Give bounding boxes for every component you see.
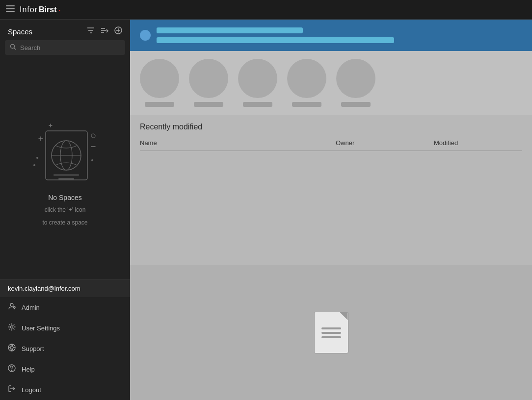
card-label	[292, 102, 321, 107]
svg-point-30	[13, 306, 15, 308]
card-item	[336, 59, 375, 107]
card-circle	[189, 59, 228, 98]
card-item	[238, 59, 277, 107]
no-spaces-subtitle-line2: to create a space	[42, 218, 87, 227]
search-bar[interactable]	[5, 40, 125, 55]
logo-birst-text: Birst	[39, 5, 56, 14]
svg-point-26	[36, 157, 38, 159]
main-layout: Spaces	[0, 20, 532, 400]
svg-point-28	[91, 159, 93, 161]
content-header-circle	[140, 30, 151, 41]
logout-label: Logout	[22, 386, 41, 394]
sidebar-bottom: kevin.clayland@infor.com Admin	[0, 279, 130, 400]
no-spaces-title: No Spaces	[48, 194, 81, 201]
card-label	[145, 102, 174, 107]
svg-point-24	[91, 134, 95, 138]
help-label: Help	[22, 366, 35, 373]
settings-icon	[8, 323, 16, 333]
empty-document-icon	[314, 312, 348, 353]
user-settings-label: User Settings	[22, 325, 60, 332]
user-email: kevin.clayland@infor.com	[8, 285, 80, 292]
content-header-line2	[157, 37, 394, 43]
svg-rect-0	[6, 5, 15, 6]
support-label: Support	[22, 345, 44, 352]
logo-dot: ·	[58, 5, 61, 15]
doc-line	[321, 336, 341, 338]
no-spaces-area: No Spaces click the '+' icon to create a…	[28, 111, 102, 227]
cards-row	[130, 51, 532, 115]
card-label	[341, 102, 371, 107]
card-item	[140, 59, 179, 107]
svg-rect-1	[6, 8, 15, 9]
content-header	[130, 20, 532, 51]
content-header-line1	[157, 27, 303, 33]
card-item	[287, 59, 326, 107]
logo-infor-text: Infor	[20, 5, 38, 14]
sidebar-item-admin[interactable]: Admin	[0, 297, 130, 318]
sidebar-item-logout[interactable]: Logout	[0, 379, 130, 400]
card-item	[189, 59, 228, 107]
sidebar-item-support[interactable]: Support	[0, 338, 130, 359]
sidebar-title: Spaces	[8, 27, 32, 36]
svg-point-31	[11, 326, 13, 328]
sidebar-item-help[interactable]: Help	[0, 359, 130, 379]
search-icon	[10, 44, 16, 51]
doc-line	[321, 327, 341, 329]
svg-point-29	[10, 303, 13, 306]
filter-icon-button[interactable]	[87, 27, 95, 36]
doc-line	[321, 332, 341, 334]
svg-point-12	[11, 45, 15, 49]
sidebar-header: Spaces	[0, 20, 130, 40]
sidebar-user: kevin.clayland@infor.com	[0, 280, 130, 297]
sort-icon-button[interactable]	[101, 27, 108, 36]
card-label	[194, 102, 223, 107]
no-spaces-illustration	[28, 111, 102, 190]
svg-point-41	[11, 370, 12, 371]
table-header: Name Owner Modified	[140, 139, 522, 151]
svg-point-27	[33, 164, 35, 166]
search-input[interactable]	[20, 44, 120, 51]
main-content: Recently modified Name Owner Modified	[130, 20, 532, 400]
card-circle	[238, 59, 277, 98]
card-circle	[287, 59, 326, 98]
admin-icon	[8, 302, 16, 312]
card-label	[243, 102, 272, 107]
sidebar-item-user-settings[interactable]: User Settings	[0, 318, 130, 338]
topbar: Infor Birst ·	[0, 0, 532, 20]
svg-rect-2	[6, 11, 15, 12]
svg-line-13	[14, 48, 16, 50]
sidebar-header-icons	[87, 26, 122, 36]
recently-modified-section: Recently modified Name Owner Modified	[130, 115, 532, 265]
empty-doc-area	[130, 265, 532, 400]
table-col-name: Name	[140, 139, 336, 147]
help-icon	[8, 364, 16, 374]
sidebar: Spaces	[0, 20, 130, 400]
card-circle	[336, 59, 375, 98]
content-header-lines	[157, 27, 522, 43]
app-logo: Infor Birst ·	[20, 5, 61, 15]
admin-label: Admin	[22, 304, 40, 311]
svg-point-33	[10, 346, 13, 349]
menu-icon[interactable]	[6, 4, 15, 15]
no-spaces-subtitle-line1: click the '+' icon	[45, 205, 86, 214]
logout-icon	[8, 385, 16, 395]
support-icon	[8, 344, 16, 353]
sidebar-content: No Spaces click the '+' icon to create a…	[0, 59, 130, 279]
recently-modified-title: Recently modified	[140, 123, 522, 131]
table-col-owner: Owner	[336, 139, 434, 147]
card-circle	[140, 59, 179, 98]
table-col-modified: Modified	[434, 139, 522, 147]
add-space-icon-button[interactable]	[114, 26, 122, 36]
